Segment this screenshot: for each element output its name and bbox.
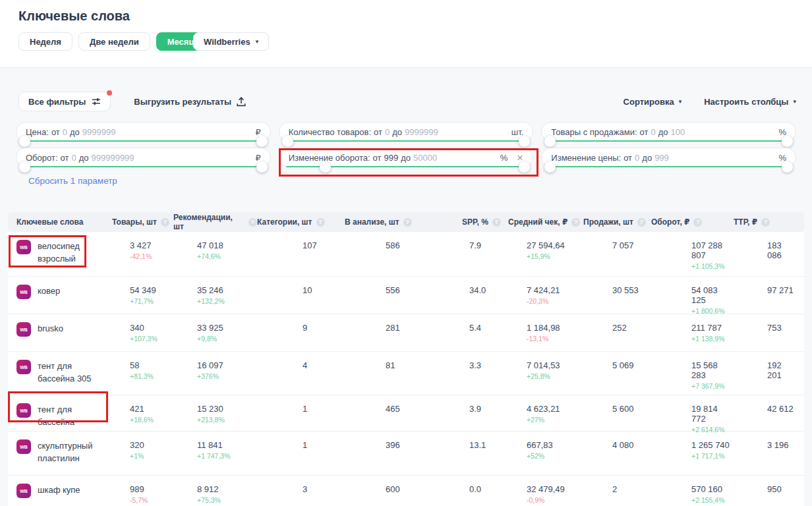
categories-value: 9 [303,323,345,333]
filter-range-input[interactable]: Изменение оборота: от 999 до 50000 % ✕ [279,148,534,167]
table-header-cell: Ключевые слова [16,217,112,227]
range-slider-handle-left[interactable] [544,161,556,173]
table-header-row: Ключевые слова Товары, шт ? Рекомендации… [8,212,804,232]
range-slider-handle-left[interactable] [19,161,30,173]
filter-range-input[interactable]: Оборот: от 0 до 999999999 ₽ [16,148,271,167]
keyword-cell[interactable]: WB шкаф купе [16,476,112,506]
range-slider-handle-right[interactable] [519,136,530,147]
range-slider-handle-left[interactable] [282,136,293,147]
in-analysis-cell: 465 [345,395,462,434]
export-results-button[interactable]: Выгрузить результаты [134,97,246,107]
period-tab[interactable]: Две недели [78,32,150,51]
help-icon[interactable]: ? [492,218,501,227]
categories-cell: 4 [257,352,345,395]
range-slider-handle-left[interactable] [320,161,331,173]
avg-check-cell: 7 424,21 -20,3% [508,277,583,315]
products-cell: 54 349 +71,7% [112,277,173,315]
recommendations-change: +376% [197,372,257,380]
spp-cell: 7.9 [462,232,508,276]
page-title: Ключевые слова [18,9,130,24]
range-slider-handle-left[interactable] [544,136,556,147]
filter-to-value[interactable]: 9999999 [82,127,116,137]
keyword-text: brusko [38,322,63,335]
spp-cell: 13.1 [462,432,508,475]
table-header-cell: В анализе, шт ? [345,217,462,227]
wildberries-badge-icon: WB [16,285,31,299]
period-tab[interactable]: Неделя [18,32,72,51]
reset-filters-link[interactable]: Сбросить 1 параметр [28,176,117,186]
keyword-cell[interactable]: WB brusko [16,314,112,351]
avg-check-value: 667,83 [527,440,583,450]
marketplace-dropdown[interactable]: Wildberries ▾ [193,32,269,51]
range-slider-track[interactable] [548,166,789,167]
range-slider-track[interactable] [23,140,264,142]
filter-label: Товары с продажами: [551,127,637,137]
products-cell: 421 +18,6% [112,395,173,434]
all-filters-button[interactable]: Все фильтры [18,92,111,111]
range-slider-track[interactable] [286,140,527,142]
ttp-value: 192 201 [767,360,796,380]
range-slider-handle-right[interactable] [256,136,268,147]
categories-value: 1 [303,440,345,450]
ttp-cell: 3 196 [734,432,796,475]
in-analysis-cell: 600 [345,476,462,506]
range-slider-handle-left[interactable] [19,136,30,147]
help-icon[interactable]: ? [403,218,412,227]
filter-range-input[interactable]: Цена: от 0 до 9999999 ₽ [16,122,271,142]
column-label: Рекомендации, шт [173,213,245,231]
keyword-cell[interactable]: WB скульптурный пластилин [16,432,112,475]
products-value: 58 [130,360,173,370]
filter-range-input[interactable]: Изменение цены: от 0 до 999 % [541,148,796,167]
products-value: 3 427 [130,240,173,250]
filter-from-value[interactable]: 0 [635,153,639,163]
filter-from-value[interactable]: 0 [71,153,76,163]
range-slider-handle-right[interactable] [519,161,530,173]
spp-cell: 3.3 [462,352,508,395]
column-label: Продажи, шт [583,217,633,227]
help-icon[interactable]: ? [161,218,169,227]
filter-to-value[interactable]: 999 [654,153,669,163]
turnover-value: 107 288 807 [691,240,734,260]
sales-cell: 2 [583,476,651,506]
filter-from-value[interactable]: 0 [63,127,67,137]
help-icon[interactable]: ? [248,218,257,227]
turnover-cell: 107 288 807 +1 105,3% [651,232,734,276]
ttp-value: 183 086 [767,240,796,260]
filter-from-word: от [51,127,60,137]
range-slider-handle-right[interactable] [782,136,793,147]
filter-to-value[interactable]: 50000 [413,153,437,163]
filter-to-value[interactable]: 999999999 [92,153,134,163]
keyword-cell[interactable]: WB ковер [16,277,112,315]
keyword-cell[interactable]: WB велосипед взрослый [16,232,112,276]
help-icon[interactable]: ? [316,218,325,227]
filter-unit-label: % [778,153,786,163]
recommendations-value: 35 246 [197,285,257,295]
keyword-cell[interactable]: WB тент для бассейна 305 [16,352,112,395]
range-slider-handle-right[interactable] [782,161,793,173]
filter-range-input[interactable]: Количество товаров: от 0 до 9999999 шт. [279,122,534,142]
filter-to-value[interactable]: 100 [671,127,685,137]
filter-from-value[interactable]: 0 [385,127,390,137]
sales-value: 252 [612,323,651,333]
sales-cell: 30 553 [583,277,651,315]
ttp-cell: 183 086 [734,232,796,276]
products-change: +107,3% [130,335,173,343]
filter-to-value[interactable]: 9999999 [405,127,438,137]
filter-from-value[interactable]: 999 [384,153,398,163]
range-slider-track[interactable] [23,166,264,167]
filter-from-value[interactable]: 0 [651,127,655,137]
help-icon[interactable]: ? [693,218,702,227]
range-slider-handle-right[interactable] [256,161,268,173]
help-icon[interactable]: ? [761,218,770,227]
sales-cell: 4 080 [583,432,651,475]
configure-columns-label: Настроить столбцы [704,97,788,107]
help-icon[interactable]: ? [637,218,646,227]
help-icon[interactable]: ? [571,218,580,227]
sorting-button[interactable]: Сортировка ▾ [624,97,682,107]
sorting-label: Сортировка [624,97,674,107]
keyword-cell[interactable]: WB тент для бассейна [16,395,112,434]
filter-range-input[interactable]: Товары с продажами: от 0 до 100 % [541,122,796,142]
configure-columns-button[interactable]: Настроить столбцы ▾ [704,97,796,107]
range-slider-track[interactable] [548,140,789,142]
recommendations-change: +75,3% [197,496,257,504]
